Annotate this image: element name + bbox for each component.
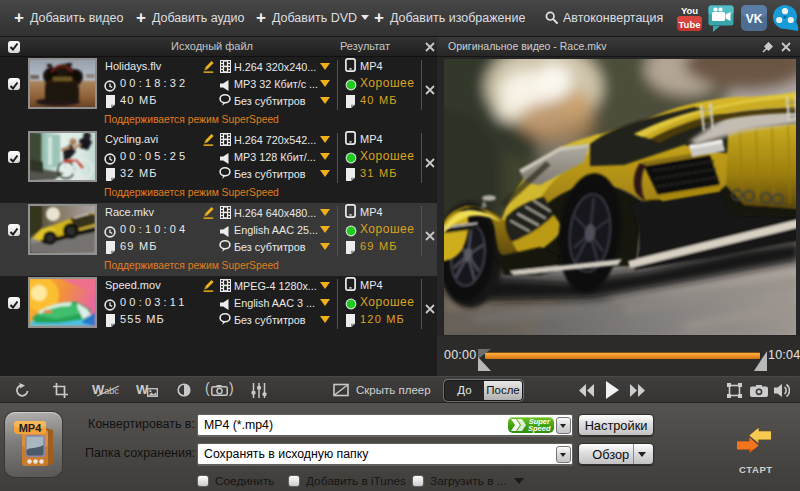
svg-text:Tube: Tube: [679, 19, 701, 30]
svg-text:VK: VK: [746, 12, 763, 26]
svg-text:MP4: MP4: [19, 422, 43, 434]
svg-text:You: You: [681, 5, 698, 16]
